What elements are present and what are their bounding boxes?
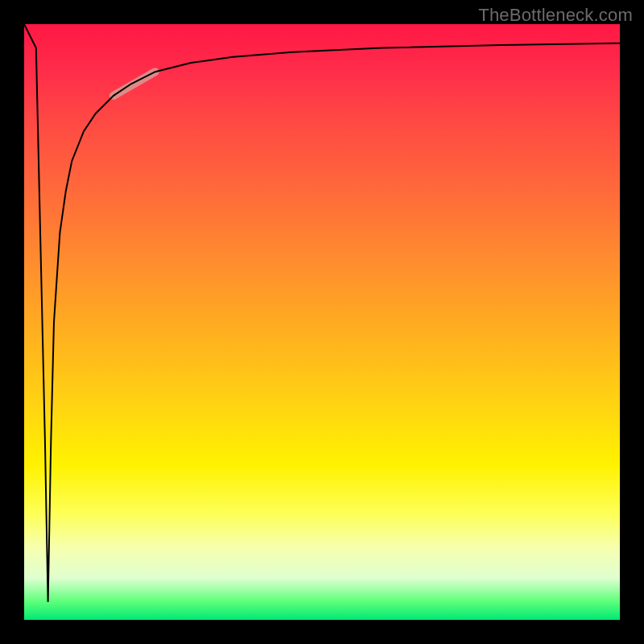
plot-area — [24, 24, 620, 620]
bottleneck-curve — [24, 24, 620, 602]
chart-frame: TheBottleneck.com — [0, 0, 644, 644]
curve-svg — [24, 24, 620, 620]
watermark-text: TheBottleneck.com — [478, 5, 633, 26]
